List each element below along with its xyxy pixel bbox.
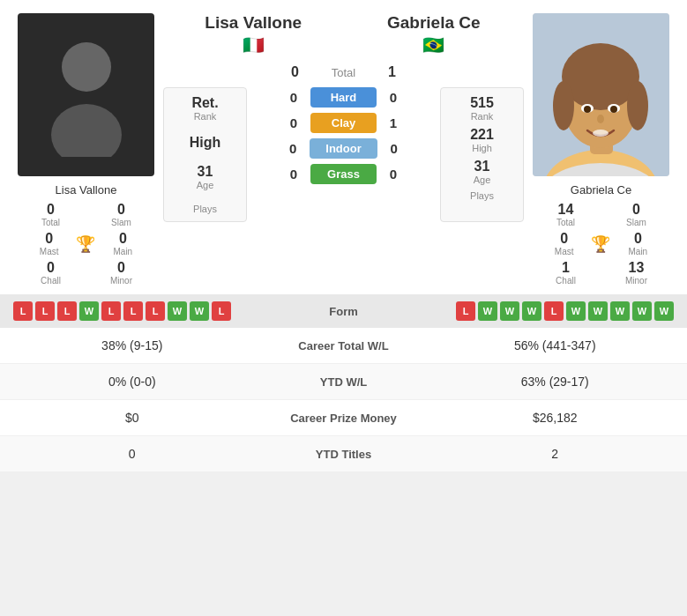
left-player-name: Lisa Vallone xyxy=(56,183,117,197)
stats-left-1: 38% (9-15) xyxy=(18,338,247,353)
svg-point-1 xyxy=(51,104,122,157)
right-clay-score: 1 xyxy=(385,115,401,130)
right-chall-value: 1 xyxy=(540,260,593,276)
stats-label-1: Career Total W/L xyxy=(247,339,441,353)
r-form-badge-w2: W xyxy=(500,301,519,321)
svg-point-8 xyxy=(627,81,648,130)
stats-label-4: YTD Titles xyxy=(247,448,441,461)
left-rank-value: Ret. xyxy=(173,95,237,111)
form-badge-l5: L xyxy=(123,301,143,321)
right-age-value: 31 xyxy=(450,159,514,174)
form-badge-l2: L xyxy=(35,301,55,321)
right-high-value: 221 xyxy=(450,127,514,143)
right-rank-label: Rank xyxy=(450,111,514,122)
left-flag: 🇮🇹 xyxy=(163,34,344,56)
form-badge-w3: W xyxy=(190,301,209,321)
left-trophy-icon: 🏆 xyxy=(76,234,95,254)
left-player-photo xyxy=(18,13,154,176)
left-player-card: Lisa Vallone 0 Total 0 Slam 0 Mast 🏆 xyxy=(9,13,163,286)
form-badge-l6: L xyxy=(146,301,165,321)
right-plays-label: Plays xyxy=(450,190,514,201)
right-main-label: Main xyxy=(628,247,647,256)
right-minor-stat: 13 Minor xyxy=(610,260,663,286)
r-form-badge-w8: W xyxy=(654,301,674,321)
left-mast-label: Mast xyxy=(40,247,59,256)
right-flag: 🇧🇷 xyxy=(344,34,525,56)
left-clay-score: 0 xyxy=(286,115,302,130)
svg-point-14 xyxy=(593,130,609,137)
right-rank-value: 515 xyxy=(450,95,514,111)
right-main-stat: 0 Main xyxy=(628,231,647,256)
clay-badge: Clay xyxy=(310,113,377,133)
form-badge-l1: L xyxy=(13,301,33,321)
left-main-value: 0 xyxy=(113,231,132,247)
right-total-label: Total xyxy=(540,218,593,227)
stats-right-3: $26,182 xyxy=(441,411,670,425)
right-mast-stat: 0 Mast xyxy=(555,231,574,256)
total-label: Total xyxy=(317,66,370,79)
form-badge-l4: L xyxy=(101,301,121,321)
left-minor-value: 0 xyxy=(95,260,148,276)
left-minor-label: Minor xyxy=(95,276,148,286)
indoor-badge: Indoor xyxy=(310,138,377,159)
r-form-badge-w6: W xyxy=(610,301,630,321)
right-minor-value: 13 xyxy=(610,260,663,276)
right-player-card: Gabriela Ce 14 Total 0 Slam 0 Mast 🏆 xyxy=(524,13,678,286)
stats-table: 38% (9-15) Career Total W/L 56% (441-347… xyxy=(0,328,687,471)
right-total-value: 14 xyxy=(540,202,593,218)
left-slam-label: Slam xyxy=(95,218,148,227)
r-form-badge-w1: W xyxy=(478,301,497,321)
stats-right-1: 56% (441-347) xyxy=(441,338,670,353)
r-form-badge-l1: L xyxy=(456,301,475,321)
form-section: L L L W L L L W W L Form L W W W L W W W… xyxy=(0,294,687,328)
svg-point-0 xyxy=(62,42,111,92)
hard-badge: Hard xyxy=(310,87,377,108)
form-badge-w2: W xyxy=(168,301,187,321)
left-main-label: Main xyxy=(113,247,132,256)
form-badge-l7: L xyxy=(212,301,231,321)
stats-row-4: 0 YTD Titles 2 xyxy=(0,436,687,471)
right-player-face xyxy=(533,13,669,176)
left-age-value: 31 xyxy=(173,164,237,180)
left-total-value: 0 xyxy=(25,202,78,218)
right-player-photo xyxy=(533,13,669,176)
left-indoor-score: 0 xyxy=(285,141,301,156)
right-age-label: Age xyxy=(450,174,514,185)
right-total-score: 1 xyxy=(384,64,401,80)
right-slam-value: 0 xyxy=(610,202,663,218)
silhouette-icon xyxy=(42,33,131,157)
form-badge-l3: L xyxy=(57,301,77,321)
right-trophy-icon: 🏆 xyxy=(591,234,610,254)
right-rank-box: 515 Rank 221 High 31 Age Plays xyxy=(440,87,524,222)
r-form-badge-l2: L xyxy=(544,301,564,321)
right-indoor-score: 0 xyxy=(386,141,402,156)
main-container: Lisa Vallone 0 Total 0 Slam 0 Mast 🏆 xyxy=(0,0,687,471)
stats-label-2: YTD W/L xyxy=(247,375,441,389)
left-grass-score: 0 xyxy=(286,167,302,182)
stats-row-2: 0% (0-0) YTD W/L 63% (29-17) xyxy=(0,364,687,400)
left-minor-stat: 0 Minor xyxy=(95,260,148,286)
grass-badge: Grass xyxy=(310,164,377,184)
svg-point-7 xyxy=(553,81,574,130)
left-chall-stat: 0 Chall xyxy=(25,260,78,286)
right-form-badges: L W W W L W W W W W xyxy=(384,301,675,321)
right-hard-score: 0 xyxy=(385,90,401,105)
right-high-label: High xyxy=(450,143,514,153)
right-grass-score: 0 xyxy=(385,167,401,182)
stats-left-4: 0 xyxy=(18,447,247,461)
stats-left-2: 0% (0-0) xyxy=(18,375,247,389)
svg-point-11 xyxy=(584,106,591,113)
svg-point-13 xyxy=(597,115,604,123)
stats-right-4: 2 xyxy=(441,447,670,461)
left-age-label: Age xyxy=(173,180,237,190)
stats-row-3: $0 Career Prize Money $26,182 xyxy=(0,400,687,436)
left-plays-label: Plays xyxy=(173,204,237,214)
left-player-name-center: Lisa Vallone xyxy=(163,13,344,33)
left-slam-stat: 0 Slam xyxy=(95,202,148,227)
r-form-badge-w5: W xyxy=(588,301,608,321)
left-total-score: 0 xyxy=(287,64,304,80)
form-badge-w1: W xyxy=(79,301,99,321)
right-total-stat: 14 Total xyxy=(540,202,593,227)
r-form-badge-w7: W xyxy=(632,301,652,321)
left-total-label: Total xyxy=(25,218,78,227)
